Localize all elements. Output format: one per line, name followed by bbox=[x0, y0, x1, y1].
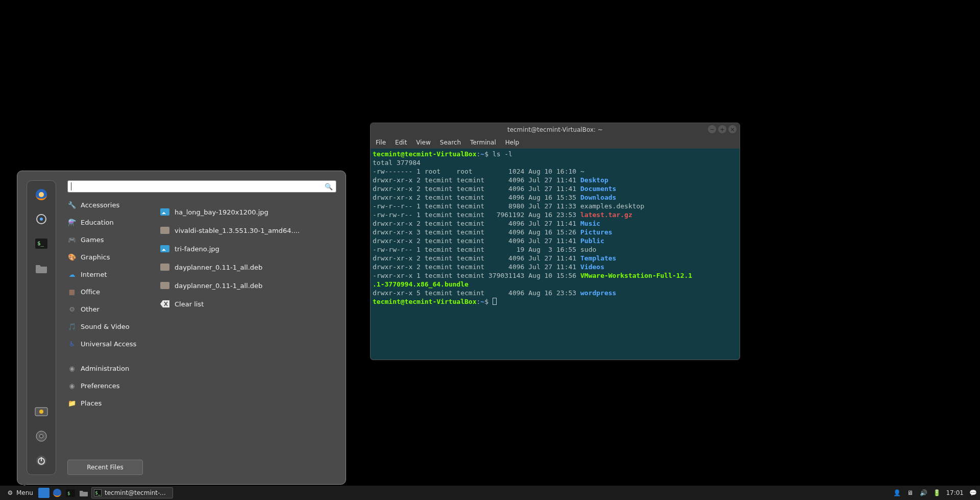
fav-firefox[interactable] bbox=[34, 187, 49, 202]
search-input[interactable]: 🔍 bbox=[67, 180, 336, 193]
svg-point-3 bbox=[40, 218, 43, 221]
terminal-icon: $_ bbox=[35, 239, 47, 249]
fav-settings[interactable] bbox=[34, 211, 49, 227]
clear-list-label: Clear list bbox=[175, 300, 204, 308]
user-icon[interactable]: 👤 bbox=[893, 489, 901, 497]
package-icon bbox=[160, 227, 169, 234]
menu-categories: All Applications 🔧Accessories⚗️Education… bbox=[56, 180, 148, 475]
fav-terminal[interactable]: $_ bbox=[34, 236, 49, 251]
category-icon: 🔧 bbox=[67, 200, 77, 209]
launcher-terminal[interactable]: $ bbox=[65, 487, 76, 498]
package-icon bbox=[160, 282, 169, 289]
terminal-menubar: File Edit View Search Terminal Help bbox=[371, 136, 740, 149]
folder-icon bbox=[35, 263, 47, 273]
category-education[interactable]: ⚗️Education bbox=[67, 213, 148, 231]
recent-item[interactable]: vivaldi-stable_1.3.551.30-1_amd64.... bbox=[160, 221, 336, 240]
gear-icon: ⚙ bbox=[6, 489, 14, 497]
recent-files-button[interactable]: Recent Files bbox=[67, 460, 143, 475]
system-tray: 👤 🖥 🔊 🔋 17:01 💬 bbox=[893, 489, 977, 497]
menu-button[interactable]: ⚙ Menu bbox=[3, 487, 36, 498]
image-icon bbox=[160, 208, 169, 216]
taskbar-task-terminal[interactable]: $_ tecmint@tecmint-Vir... bbox=[91, 487, 173, 498]
category-internet[interactable]: ☁Internet bbox=[67, 266, 148, 283]
category-preferences[interactable]: ◉Preferences bbox=[67, 377, 148, 394]
category-office[interactable]: ▦Office bbox=[67, 283, 148, 300]
firefox-icon bbox=[35, 188, 48, 201]
menu-help[interactable]: Help bbox=[505, 139, 519, 146]
recent-item[interactable]: ha_long_bay-1920x1200.jpg bbox=[160, 203, 336, 221]
display-icon[interactable]: 🖥 bbox=[906, 489, 914, 497]
menu-view[interactable]: View bbox=[416, 139, 430, 146]
category-sound-video[interactable]: 🎵Sound & Video bbox=[67, 318, 148, 335]
svg-point-7 bbox=[39, 410, 43, 414]
terminal-title: tecmint@tecmint-VirtualBox: ~ bbox=[371, 126, 740, 133]
recent-item[interactable]: dayplanner_0.11-1_all.deb bbox=[160, 258, 336, 276]
category-places[interactable]: 📁Places bbox=[67, 394, 148, 412]
package-icon bbox=[160, 264, 169, 271]
menu-search[interactable]: Search bbox=[440, 139, 461, 146]
category-icon: ▦ bbox=[67, 287, 77, 296]
lock-icon bbox=[35, 406, 48, 417]
clock[interactable]: 17:01 bbox=[946, 489, 964, 496]
category-icon: ◉ bbox=[67, 381, 77, 390]
launcher-files[interactable] bbox=[78, 487, 89, 498]
svg-rect-12 bbox=[41, 457, 42, 461]
menu-button-label: Menu bbox=[16, 489, 33, 496]
show-desktop-button[interactable] bbox=[38, 487, 50, 498]
minimize-icon[interactable]: − bbox=[708, 125, 716, 133]
app-menu: $_ All Applications 🔧Accessories⚗️E bbox=[17, 171, 346, 485]
recent-files-label: Recent Files bbox=[87, 464, 124, 471]
battery-icon[interactable]: 🔋 bbox=[933, 489, 941, 497]
backspace-icon bbox=[160, 300, 169, 307]
menu-terminal[interactable]: Terminal bbox=[470, 139, 496, 146]
category-icon: ◉ bbox=[67, 364, 77, 373]
svg-point-9 bbox=[40, 435, 43, 438]
gear-icon bbox=[36, 213, 47, 225]
recent-item[interactable]: tri-fadeno.jpg bbox=[160, 240, 336, 258]
clear-list-button[interactable]: Clear list bbox=[160, 295, 336, 313]
volume-icon[interactable]: 🔊 bbox=[919, 489, 927, 497]
terminal-titlebar[interactable]: tecmint@tecmint-VirtualBox: ~ − + × bbox=[371, 123, 740, 136]
maximize-icon[interactable]: + bbox=[718, 125, 726, 133]
menu-recent-pane: 🔍 ha_long_bay-1920x1200.jpgvivaldi-stabl… bbox=[148, 180, 336, 475]
firefox-icon bbox=[53, 488, 62, 497]
category-graphics[interactable]: 🎨Graphics bbox=[67, 248, 148, 266]
svg-point-1 bbox=[39, 192, 44, 197]
search-icon: 🔍 bbox=[325, 183, 333, 191]
fav-lockscreen[interactable] bbox=[34, 404, 49, 419]
fav-logout[interactable] bbox=[34, 428, 49, 444]
category-icon: 📁 bbox=[67, 398, 77, 408]
menu-edit[interactable]: Edit bbox=[395, 139, 407, 146]
category-icon: ☁ bbox=[67, 270, 77, 279]
svg-text:$: $ bbox=[67, 491, 70, 496]
folder-icon bbox=[79, 489, 88, 496]
terminal-icon: $ bbox=[66, 489, 75, 497]
close-icon[interactable]: × bbox=[728, 125, 737, 133]
category-icon: ⚗️ bbox=[67, 218, 77, 227]
launcher-firefox[interactable] bbox=[52, 487, 63, 498]
svg-text:$_: $_ bbox=[37, 240, 44, 247]
menu-file[interactable]: File bbox=[376, 139, 386, 146]
recent-item[interactable]: dayplanner_0.11-1_all.deb bbox=[160, 276, 336, 295]
terminal-output[interactable]: tecmint@tecmint-VirtualBox:~$ ls -l tota… bbox=[371, 149, 740, 360]
category-other[interactable]: ⚙Other bbox=[67, 300, 148, 318]
category-administration[interactable]: ◉Administration bbox=[67, 360, 148, 377]
terminal-icon: $_ bbox=[94, 489, 102, 496]
category-icon: ♿ bbox=[67, 339, 77, 348]
power-icon bbox=[36, 455, 47, 466]
notifications-icon[interactable]: 💬 bbox=[969, 489, 977, 497]
fav-power[interactable] bbox=[34, 453, 49, 468]
category-universal-access[interactable]: ♿Universal Access bbox=[67, 335, 148, 352]
category-icon: 🎵 bbox=[67, 322, 77, 331]
category-accessories[interactable]: 🔧Accessories bbox=[67, 196, 148, 213]
favorites-bar: $_ bbox=[27, 180, 56, 475]
fav-files[interactable] bbox=[34, 260, 49, 276]
taskbar: ⚙ Menu $ $_ tecmint@tecmint-Vir... 👤 🖥 🔊… bbox=[0, 486, 980, 500]
category-icon: 🎨 bbox=[67, 252, 77, 261]
category-icon: 🎮 bbox=[67, 235, 77, 244]
terminal-window[interactable]: tecmint@tecmint-VirtualBox: ~ − + × File… bbox=[370, 123, 740, 360]
logout-icon bbox=[36, 431, 47, 442]
image-icon bbox=[160, 245, 169, 252]
category-games[interactable]: 🎮Games bbox=[67, 231, 148, 248]
taskbar-task-label: tecmint@tecmint-Vir... bbox=[105, 489, 168, 496]
